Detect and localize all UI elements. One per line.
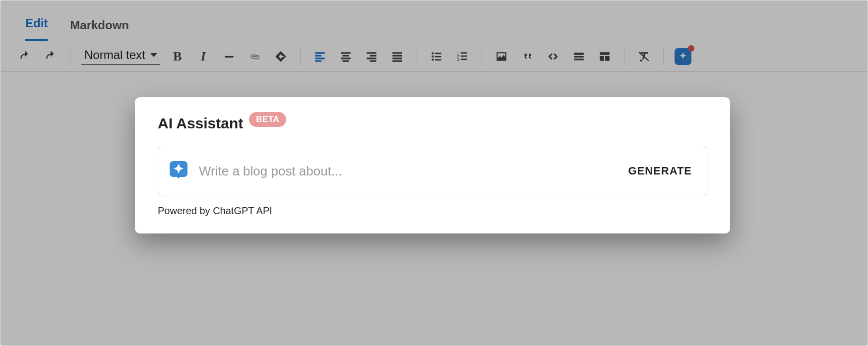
prompt-input[interactable]: [199, 164, 618, 179]
modal-title: AI Assistant: [158, 115, 243, 132]
ai-assistant-modal: AI Assistant BETA GENERATE Powered by Ch…: [135, 97, 730, 233]
modal-header: AI Assistant BETA: [158, 115, 707, 132]
generate-button[interactable]: GENERATE: [628, 165, 692, 177]
prompt-box: GENERATE: [158, 146, 707, 196]
editor-window: Edit Markdown Normal text B I 123: [0, 0, 868, 346]
powered-by-text: Powered by ChatGPT API: [158, 205, 707, 217]
ai-sparkle-icon: [168, 160, 189, 182]
beta-badge: BETA: [249, 112, 286, 127]
